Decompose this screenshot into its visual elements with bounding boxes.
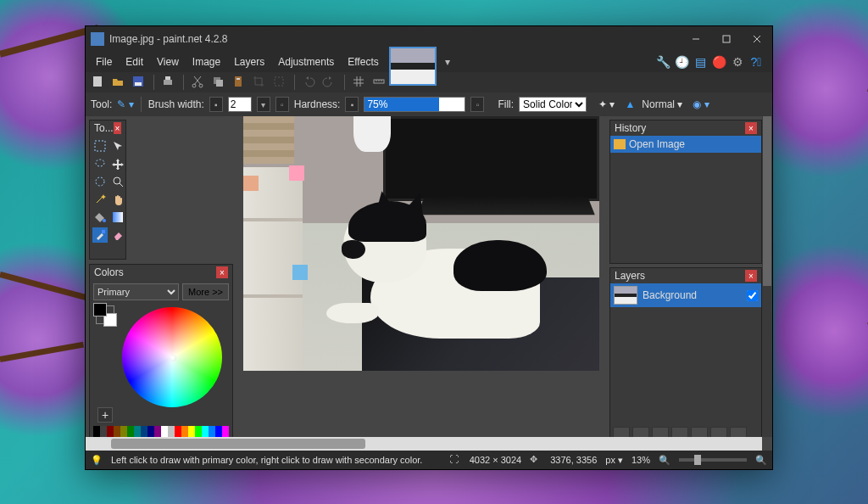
blend-icon[interactable]: ▲ (625, 98, 635, 110)
rect-select-tool[interactable] (92, 138, 108, 154)
status-hint: Left click to draw with primary color, r… (111, 455, 422, 465)
menu-file[interactable]: File (89, 54, 119, 70)
tools-panel-close[interactable]: × (114, 122, 121, 134)
history-panel-icon[interactable]: 🕘 (674, 54, 689, 70)
maximize-button[interactable] (711, 26, 742, 52)
primary-secondary-swatch[interactable] (96, 305, 114, 324)
svg-rect-23 (113, 212, 123, 222)
colors-panel-icon[interactable]: 🔴 (711, 54, 726, 70)
menu-layers[interactable]: Layers (227, 54, 271, 70)
colors-more-button[interactable]: More >> (182, 283, 229, 300)
deselect-icon[interactable] (272, 75, 287, 90)
canvas[interactable] (243, 116, 599, 371)
brush-width-decrease[interactable]: ▪ (209, 97, 223, 112)
new-icon[interactable] (91, 75, 106, 90)
brush-width-dropdown[interactable]: ▾ (257, 97, 270, 112)
status-zoom[interactable]: 13% (632, 455, 650, 465)
svg-rect-14 (236, 78, 240, 80)
svg-rect-15 (275, 77, 283, 86)
overwrite-icon[interactable]: ◉ ▾ (693, 98, 709, 110)
undo-icon[interactable] (302, 75, 317, 90)
minimize-button[interactable] (681, 26, 711, 52)
zoom-slider[interactable] (679, 458, 747, 462)
app-icon (91, 32, 104, 46)
svg-point-20 (114, 177, 120, 184)
close-button[interactable] (742, 26, 772, 52)
zoom-out-icon[interactable]: 🔍 (659, 455, 670, 466)
svg-point-19 (96, 177, 104, 186)
history-panel: History× Open Image (609, 120, 762, 264)
fill-select[interactable]: Solid Color (519, 97, 587, 112)
colors-panel-title: Colors (94, 266, 124, 278)
move-selection-tool[interactable] (110, 138, 125, 154)
layers-panel-icon[interactable]: ▤ (693, 54, 708, 70)
paste-icon[interactable] (231, 75, 247, 90)
menu-image[interactable]: Image (186, 54, 227, 70)
copy-icon[interactable] (211, 75, 226, 90)
tool-picker[interactable]: ✎ ▾ (117, 98, 133, 110)
status-unit[interactable]: px ▾ (605, 455, 623, 466)
blend-mode-select[interactable]: Normal ▾ (642, 98, 682, 110)
layer-visibility-checkbox[interactable] (747, 290, 758, 301)
document-thumbnail[interactable] (389, 47, 437, 86)
save-icon[interactable] (131, 75, 147, 90)
cut-icon[interactable] (191, 75, 206, 90)
color-wheel[interactable] (122, 307, 222, 407)
history-item[interactable]: Open Image (610, 136, 761, 153)
hardness-decrease[interactable]: ▪ (345, 97, 359, 112)
grid-icon[interactable] (352, 75, 367, 90)
layers-panel-close[interactable]: × (745, 270, 757, 282)
antialias-icon[interactable]: ✦ ▾ (598, 98, 615, 110)
history-panel-close[interactable]: × (745, 122, 757, 134)
layer-row[interactable]: Background (610, 283, 761, 307)
vertical-scrollbar[interactable] (762, 116, 772, 437)
lasso-tool[interactable] (92, 156, 108, 171)
brush-width-input[interactable] (228, 97, 252, 112)
magic-wand-tool[interactable] (92, 192, 108, 207)
layers-panel-title: Layers (615, 270, 645, 282)
menu-view[interactable]: View (150, 54, 186, 70)
menu-edit[interactable]: Edit (119, 54, 150, 70)
tool-options-bar: Tool: ✎ ▾ Brush width: ▪ ▾ ▫ Hardness: ▪… (86, 92, 772, 116)
status-dimensions: 4032 × 3024 (470, 455, 521, 465)
menu-effects[interactable]: Effects (341, 54, 385, 70)
thumbnail-overflow-icon[interactable]: ▾ (445, 56, 450, 68)
brush-width-increase[interactable]: ▫ (275, 97, 289, 112)
print-icon[interactable] (161, 75, 176, 90)
svg-rect-6 (135, 82, 142, 86)
paint-bucket-tool[interactable] (92, 210, 108, 225)
svg-rect-24 (102, 230, 105, 233)
svg-rect-4 (93, 76, 102, 87)
workspace: To...× Colors× Primary More >> (86, 116, 772, 451)
layer-thumbnail (614, 286, 637, 305)
gradient-tool[interactable] (110, 210, 125, 225)
paintbrush-tool[interactable] (92, 227, 108, 243)
crop-icon[interactable] (252, 75, 267, 90)
history-panel-title: History (615, 122, 646, 134)
settings-icon[interactable]: ⚙ (730, 54, 745, 70)
history-item-label: Open Image (629, 138, 685, 150)
horizontal-scrollbar[interactable] (86, 437, 762, 451)
pan-tool[interactable] (110, 192, 125, 207)
open-icon[interactable] (111, 75, 126, 90)
zoom-in-icon[interactable]: 🔍 (755, 455, 767, 466)
palette-strip[interactable] (93, 426, 229, 438)
eraser-tool[interactable] (110, 227, 125, 243)
ruler-icon[interactable] (372, 75, 387, 90)
menu-adjustments[interactable]: Adjustments (271, 54, 341, 70)
hardness-slider[interactable]: 75% (364, 97, 465, 112)
add-color-button[interactable]: + (97, 407, 113, 423)
tools-panel-icon[interactable]: 🔧 (655, 54, 670, 70)
colors-panel-close[interactable]: × (216, 266, 228, 278)
redo-icon[interactable] (322, 75, 337, 90)
status-cursor: 3376, 3356 (550, 455, 597, 465)
ellipse-select-tool[interactable] (92, 174, 108, 189)
zoom-tool[interactable] (110, 174, 125, 189)
move-pixels-tool[interactable] (110, 156, 125, 171)
help-icon[interactable]: ?⃝ (748, 54, 764, 70)
hardness-increase[interactable]: ▫ (470, 97, 484, 112)
tool-label: Tool: (91, 98, 112, 110)
colors-panel: Colors× Primary More >> + (89, 264, 233, 451)
svg-rect-1 (723, 36, 730, 42)
color-mode-select[interactable]: Primary (93, 283, 179, 300)
